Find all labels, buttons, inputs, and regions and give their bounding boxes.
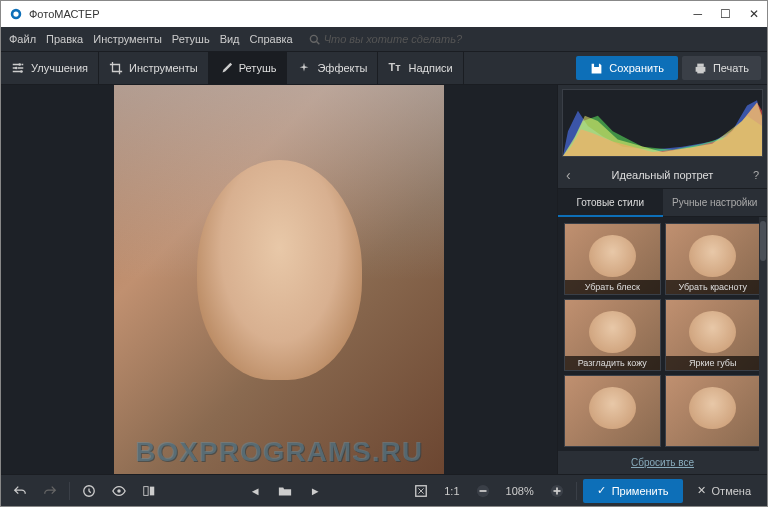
compare-button[interactable]: [136, 479, 162, 503]
histogram[interactable]: [562, 89, 763, 157]
preset-item[interactable]: Убрать блеск: [564, 223, 661, 295]
svg-rect-7: [697, 63, 704, 66]
back-button[interactable]: ‹: [566, 167, 571, 183]
panel-header: ‹ Идеальный портрет ?: [558, 161, 767, 189]
tab-tools[interactable]: Инструменты: [99, 52, 209, 84]
zoom-in-button[interactable]: [544, 479, 570, 503]
disk-icon: [590, 62, 603, 75]
subtabs: Готовые стили Ручные настройки: [558, 189, 767, 217]
subtab-presets[interactable]: Готовые стили: [558, 189, 663, 217]
svg-rect-19: [556, 487, 558, 494]
reset-all-link[interactable]: Сбросить все: [558, 451, 767, 474]
svg-rect-12: [144, 486, 148, 495]
preset-grid: Убрать блеск Убрать красноту Разгладить …: [558, 217, 767, 451]
maximize-button[interactable]: ☐: [720, 7, 731, 21]
svg-point-11: [117, 489, 121, 493]
ratio-label[interactable]: 1:1: [438, 485, 465, 497]
printer-icon: [694, 62, 707, 75]
save-button[interactable]: Сохранить: [576, 56, 678, 80]
svg-rect-16: [479, 490, 486, 492]
prev-image-button[interactable]: ◄: [242, 479, 268, 503]
zoom-out-button[interactable]: [470, 479, 496, 503]
tab-captions[interactable]: Tт Надписи: [378, 52, 463, 84]
search-box[interactable]: Что вы хотите сделать?: [309, 33, 462, 45]
titlebar: ФотоМАСТЕР ─ ☐ ✕: [1, 1, 767, 27]
svg-point-1: [13, 11, 18, 16]
main-image: BOXPROGRAMS.RU: [114, 85, 444, 474]
menubar: Файл Правка Инструменты Ретушь Вид Справ…: [1, 27, 767, 51]
svg-point-6: [20, 70, 23, 73]
preview-button[interactable]: [106, 479, 132, 503]
canvas-area[interactable]: BOXPROGRAMS.RU: [1, 85, 557, 474]
watermark: BOXPROGRAMS.RU: [135, 436, 423, 468]
close-icon: ✕: [697, 484, 706, 497]
toolbar: Улучшения Инструменты Ретушь Эффекты Tт …: [1, 51, 767, 85]
minimize-button[interactable]: ─: [693, 7, 702, 21]
tab-effects[interactable]: Эффекты: [287, 52, 378, 84]
redo-button[interactable]: [37, 479, 63, 503]
menu-file[interactable]: Файл: [9, 33, 36, 45]
subtab-manual[interactable]: Ручные настройки: [663, 189, 768, 217]
crop-icon: [109, 61, 123, 75]
preset-item[interactable]: Яркие губы: [665, 299, 762, 371]
sparkle-icon: [297, 61, 311, 75]
menu-help[interactable]: Справка: [250, 33, 293, 45]
preset-item[interactable]: Убрать красноту: [665, 223, 762, 295]
sliders-icon: [11, 61, 25, 75]
open-folder-button[interactable]: [272, 479, 298, 503]
svg-rect-13: [150, 486, 154, 495]
menu-edit[interactable]: Правка: [46, 33, 83, 45]
apply-button[interactable]: ✓ Применить: [583, 479, 683, 503]
panel-title: Идеальный портрет: [612, 169, 714, 181]
window-title: ФотоМАСТЕР: [29, 8, 100, 20]
tab-enhance[interactable]: Улучшения: [1, 52, 99, 84]
fit-screen-button[interactable]: [408, 479, 434, 503]
scrollbar[interactable]: [759, 217, 767, 451]
svg-point-5: [15, 67, 18, 70]
preset-item[interactable]: [564, 375, 661, 447]
menu-retouch[interactable]: Ретушь: [172, 33, 210, 45]
help-button[interactable]: ?: [753, 169, 759, 181]
menu-tools[interactable]: Инструменты: [93, 33, 162, 45]
next-image-button[interactable]: ►: [302, 479, 328, 503]
undo-button[interactable]: [7, 479, 33, 503]
cancel-button[interactable]: ✕ Отмена: [687, 479, 761, 503]
search-icon: [309, 34, 320, 45]
svg-point-4: [18, 63, 21, 66]
app-icon: [9, 7, 23, 21]
svg-line-3: [316, 41, 319, 44]
preset-item[interactable]: Разгладить кожу: [564, 299, 661, 371]
zoom-label: 108%: [500, 485, 540, 497]
tab-retouch[interactable]: Ретушь: [209, 52, 288, 84]
check-icon: ✓: [597, 484, 606, 497]
svg-point-2: [310, 35, 317, 42]
right-panel: ‹ Идеальный портрет ? Готовые стили Ручн…: [557, 85, 767, 474]
brush-icon: [219, 61, 233, 75]
history-button[interactable]: [76, 479, 102, 503]
preset-item[interactable]: [665, 375, 762, 447]
bottom-bar: ◄ ► 1:1 108% ✓ Применить ✕ Отмена: [1, 474, 767, 506]
menu-view[interactable]: Вид: [220, 33, 240, 45]
close-button[interactable]: ✕: [749, 7, 759, 21]
print-button[interactable]: Печать: [682, 56, 761, 80]
text-icon: Tт: [388, 61, 402, 75]
svg-rect-9: [697, 70, 704, 73]
